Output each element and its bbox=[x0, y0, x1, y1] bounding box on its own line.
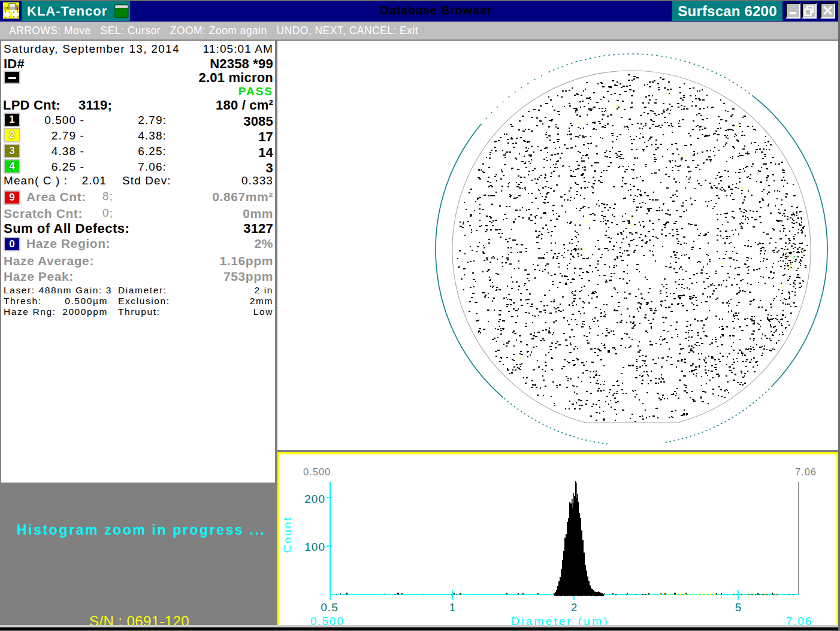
svg-text:0.500: 0.500 bbox=[303, 466, 331, 477]
svg-text:5: 5 bbox=[735, 601, 742, 614]
svg-text:100: 100 bbox=[304, 541, 325, 553]
svg-text:1: 1 bbox=[449, 601, 456, 614]
svg-text:7.06: 7.06 bbox=[795, 466, 817, 477]
svg-text:200: 200 bbox=[304, 493, 325, 505]
svg-text:2: 2 bbox=[571, 601, 578, 614]
svg-text:0.5: 0.5 bbox=[321, 601, 338, 614]
svg-text:Count: Count bbox=[281, 516, 294, 553]
